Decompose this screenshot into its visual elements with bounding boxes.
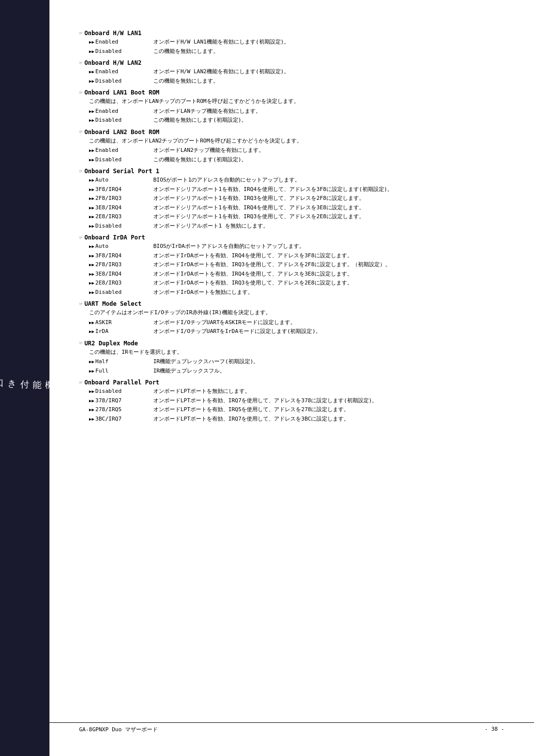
option-key: 2E8/IRQ3 [89, 279, 153, 287]
double-arrow-icon [89, 47, 94, 56]
circle-arrow-icon: ☞ [79, 129, 83, 135]
options-list: DisabledオンボードLPTポートを無効にします。 378/IRQ7オンボー… [89, 387, 504, 423]
circle-arrow-icon: ☞ [79, 235, 83, 241]
option-key-text: Disabled [95, 222, 122, 231]
section-description: このアイテムはオンボードI/OチップのIR赤外線(IR)機能を決定します。 [89, 309, 504, 317]
option-key-text: Disabled [95, 47, 122, 56]
option-desc: オンボードIrDAポートを有効、IRQ4を使用して、アドレスを3F8に設定します… [153, 252, 504, 260]
option-desc: この機能を無効にします(初期設定)。 [153, 156, 504, 164]
double-arrow-icon [89, 387, 94, 396]
option-key: Full [89, 367, 153, 376]
option-key-text: 2E8/IRQ3 [95, 213, 122, 221]
option-key: 3BC/IRQ7 [89, 415, 153, 424]
option-key-text: 2E8/IRQ3 [95, 279, 122, 287]
options-list: EnabledオンボードLAN2チップ機能を有効にします。 Disabledこの… [89, 146, 504, 164]
double-arrow-icon [89, 68, 94, 76]
section-title-text: Onboard H/W LAN1 [85, 30, 142, 37]
option-desc: オンボードIrDAポートを有効、IRQ4を使用して、アドレスを3E8に設定します… [153, 270, 504, 279]
option-key: 3E8/IRQ4 [89, 270, 153, 279]
option-key: Disabled [89, 222, 153, 231]
option-key-text: 3F8/IRQ4 [95, 186, 122, 194]
option-key: Disabled [89, 387, 153, 396]
option-row: FullIR機能デュプレックスフル。 [89, 367, 504, 376]
option-key-text: Enabled [95, 107, 118, 116]
option-key: 3E8/IRQ4 [89, 204, 153, 212]
double-arrow-icon [89, 38, 94, 47]
double-arrow-icon [89, 288, 94, 297]
option-key-text: 3BC/IRQ7 [95, 415, 122, 424]
section-title-text: Onboard LAN2 Boot ROM [85, 129, 160, 136]
option-desc: BIOSがポート1のアドレスを自動的にセットアップします。 [153, 176, 504, 185]
option-row: 2F8/IRQ3オンボードIrDAポートを有効、IRQ3を使用して、アドレスを2… [89, 261, 504, 269]
section-title: ☞ Onboard LAN2 Boot ROM [79, 129, 504, 136]
section-title-text: Onboard Parallel Port [85, 379, 160, 386]
option-row: 2E8/IRQ3オンボードシリアルポート1を有効、IRQ3を使用して、アドレスを… [89, 213, 504, 221]
option-key: Disabled [89, 156, 153, 164]
section-uart-mode-select: ☞ UART Mode SelectこのアイテムはオンボードI/OチップのIR赤… [79, 300, 504, 336]
double-arrow-icon [89, 261, 94, 269]
double-arrow-icon [89, 116, 94, 125]
options-list: EnabledオンボードH/W LAN1機能を有効にします(初期設定)。 Dis… [89, 38, 504, 55]
option-row: 3BC/IRQ7オンボードLPTポートを有効、IRQ7を使用して、アドレスを3B… [89, 415, 504, 424]
option-desc: この機能を無効にします。 [153, 47, 504, 56]
section-title: ☞ UR2 Duplex Mode [79, 340, 504, 347]
double-arrow-icon [89, 415, 94, 424]
option-key-text: 2F8/IRQ3 [95, 194, 122, 203]
double-arrow-icon [89, 222, 94, 231]
option-key-text: 378/IRQ7 [95, 397, 122, 405]
option-row: EnabledオンボードH/W LAN2機能を有効にします(初期設定)。 [89, 68, 504, 76]
section-onboard-hw-lan1: ☞ Onboard H/W LAN1 EnabledオンボードH/W LAN1機… [79, 30, 504, 55]
option-desc: オンボードLPTポートを有効、IRQ7を使用して、アドレスを3BCに設定します。 [153, 415, 504, 424]
section-description: この機能は、IRモードを選択します。 [89, 348, 504, 357]
option-key: 378/IRQ7 [89, 397, 153, 405]
option-key: 278/IRQ5 [89, 406, 153, 414]
double-arrow-icon [89, 77, 94, 86]
option-row: Disabledこの機能を無効にします。 [89, 47, 504, 56]
option-row: DisabledオンボードLPTポートを無効にします。 [89, 387, 504, 396]
section-onboard-serial-port-1: ☞ Onboard Serial Port 1 AutoBIOSがポート1のアド… [79, 168, 504, 230]
circle-arrow-icon: ☞ [79, 168, 83, 175]
sidebar-icons: 機能付き口 [0, 373, 56, 383]
option-key: Disabled [89, 116, 153, 125]
option-row: Disabledこの機能を無効にします(初期設定)。 [89, 156, 504, 164]
section-onboard-irda-port: ☞ Onboard IrDA Port AutoBIOSがIrDAポートアドレス… [79, 234, 504, 296]
option-key-text: Enabled [95, 38, 118, 47]
section-title-text: UART Mode Select [85, 300, 142, 307]
option-desc: オンボードシリアルポート1を有効、IRQ3を使用して、アドレスを2E8に設定しま… [153, 213, 504, 221]
option-row: Disabledこの機能を無効にします。 [89, 77, 504, 86]
option-key-text: Full [95, 367, 109, 376]
option-key: Auto [89, 176, 153, 185]
double-arrow-icon [89, 367, 94, 376]
option-row: 3F8/IRQ4オンボードIrDAポートを有効、IRQ4を使用して、アドレスを3… [89, 252, 504, 260]
double-arrow-icon [89, 194, 94, 203]
sidebar-icon-text: 機能付き口 [0, 373, 56, 383]
section-title: ☞ Onboard IrDA Port [79, 234, 504, 241]
option-key-text: Disabled [95, 387, 122, 396]
double-arrow-icon [89, 328, 94, 336]
double-arrow-icon [89, 213, 94, 221]
option-key-text: 278/IRQ5 [95, 406, 122, 414]
option-row: AutoBIOSがポート1のアドレスを自動的にセットアップします。 [89, 176, 504, 185]
option-key: Auto [89, 242, 153, 251]
option-row: 3F8/IRQ4オンボードシリアルポート1を有効、IRQ4を使用して、アドレスを… [89, 186, 504, 194]
option-key-text: Disabled [95, 116, 122, 125]
option-desc: BIOSがIrDAポートアドレスを自動的にセットアップします。 [153, 242, 504, 251]
option-row: 278/IRQ5オンボードLPTポートを有効、IRQ5を使用して、アドレスを27… [89, 406, 504, 414]
option-key-text: Auto [95, 176, 109, 185]
option-key: Enabled [89, 146, 153, 155]
double-arrow-icon [89, 107, 94, 116]
double-arrow-icon [89, 397, 94, 405]
option-desc: オンボードLPTポートを無効にします。 [153, 387, 504, 396]
option-key: IrDA [89, 328, 153, 336]
circle-arrow-icon: ☞ [79, 30, 83, 37]
option-key: Enabled [89, 38, 153, 47]
option-key-text: Enabled [95, 68, 118, 76]
option-key: Disabled [89, 288, 153, 297]
option-row: IrDAオンボードI/OチップUARTをIrDAモードに設定します(初期設定)。 [89, 328, 504, 336]
double-arrow-icon [89, 242, 94, 251]
option-key: 2E8/IRQ3 [89, 213, 153, 221]
double-arrow-icon [89, 279, 94, 287]
section-title-text: Onboard LAN1 Boot ROM [85, 89, 160, 96]
option-desc: この機能を無効にします(初期設定)。 [153, 116, 504, 125]
sidebar: 機能付き口 [0, 0, 49, 756]
